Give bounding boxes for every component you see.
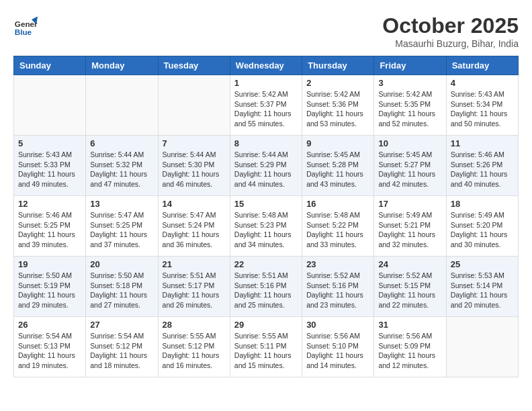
weekday-header-row: SundayMondayTuesdayWednesdayThursdayFrid… xyxy=(14,56,519,75)
day-info: Sunrise: 5:51 AMSunset: 5:17 PMDaylight:… xyxy=(163,271,226,310)
month-title: October 2025 xyxy=(382,13,519,38)
weekday-header-monday: Monday xyxy=(86,56,158,75)
calendar-cell: 24Sunrise: 5:52 AMSunset: 5:15 PMDayligh… xyxy=(374,257,446,317)
weekday-header-saturday: Saturday xyxy=(446,56,518,75)
weekday-header-thursday: Thursday xyxy=(302,56,374,75)
day-number: 9 xyxy=(306,138,369,148)
day-info: Sunrise: 5:42 AMSunset: 5:36 PMDaylight:… xyxy=(306,89,369,129)
calendar-cell: 8Sunrise: 5:44 AMSunset: 5:29 PMDaylight… xyxy=(230,136,302,196)
day-info: Sunrise: 5:45 AMSunset: 5:28 PMDaylight:… xyxy=(306,150,369,189)
day-info: Sunrise: 5:44 AMSunset: 5:30 PMDaylight:… xyxy=(163,150,226,189)
day-info: Sunrise: 5:46 AMSunset: 5:26 PMDaylight:… xyxy=(451,150,514,189)
calendar-week-3: 12Sunrise: 5:46 AMSunset: 5:25 PMDayligh… xyxy=(14,196,519,257)
day-info: Sunrise: 5:49 AMSunset: 5:21 PMDaylight:… xyxy=(378,210,441,250)
day-info: Sunrise: 5:46 AMSunset: 5:25 PMDaylight:… xyxy=(18,210,81,250)
logo-icon: General Blue xyxy=(13,13,38,38)
day-info: Sunrise: 5:52 AMSunset: 5:15 PMDaylight:… xyxy=(378,271,441,310)
calendar-table: SundayMondayTuesdayWednesdayThursdayFrid… xyxy=(13,56,519,377)
calendar-week-5: 26Sunrise: 5:54 AMSunset: 5:13 PMDayligh… xyxy=(14,317,519,377)
day-number: 8 xyxy=(234,138,298,148)
day-number: 22 xyxy=(234,259,298,269)
calendar-cell: 31Sunrise: 5:56 AMSunset: 5:09 PMDayligh… xyxy=(374,317,446,377)
day-number: 23 xyxy=(306,259,369,269)
day-number: 28 xyxy=(163,320,226,330)
day-info: Sunrise: 5:48 AMSunset: 5:23 PMDaylight:… xyxy=(234,210,298,250)
day-number: 12 xyxy=(18,199,81,209)
day-info: Sunrise: 5:53 AMSunset: 5:14 PMDaylight:… xyxy=(451,271,514,310)
calendar-cell: 5Sunrise: 5:43 AMSunset: 5:33 PMDaylight… xyxy=(14,136,86,196)
calendar-cell: 7Sunrise: 5:44 AMSunset: 5:30 PMDaylight… xyxy=(158,136,230,196)
day-number: 6 xyxy=(90,138,153,148)
calendar-cell: 9Sunrise: 5:45 AMSunset: 5:28 PMDaylight… xyxy=(302,136,374,196)
day-number: 15 xyxy=(234,199,298,209)
day-info: Sunrise: 5:45 AMSunset: 5:27 PMDaylight:… xyxy=(378,150,441,189)
day-number: 4 xyxy=(451,78,514,88)
calendar-cell xyxy=(158,75,230,136)
calendar-cell: 23Sunrise: 5:52 AMSunset: 5:16 PMDayligh… xyxy=(302,257,374,317)
weekday-header-sunday: Sunday xyxy=(14,56,86,75)
day-info: Sunrise: 5:44 AMSunset: 5:32 PMDaylight:… xyxy=(90,150,153,189)
day-number: 26 xyxy=(18,320,81,330)
day-info: Sunrise: 5:52 AMSunset: 5:16 PMDaylight:… xyxy=(306,271,369,310)
day-info: Sunrise: 5:47 AMSunset: 5:24 PMDaylight:… xyxy=(163,210,226,250)
day-number: 27 xyxy=(90,320,153,330)
day-info: Sunrise: 5:54 AMSunset: 5:12 PMDaylight:… xyxy=(90,331,153,371)
calendar-cell: 20Sunrise: 5:50 AMSunset: 5:18 PMDayligh… xyxy=(86,257,158,317)
day-number: 19 xyxy=(18,259,81,269)
day-info: Sunrise: 5:42 AMSunset: 5:37 PMDaylight:… xyxy=(234,89,298,129)
svg-text:Blue: Blue xyxy=(15,28,32,36)
calendar-cell: 4Sunrise: 5:43 AMSunset: 5:34 PMDaylight… xyxy=(446,75,518,136)
calendar-cell xyxy=(86,75,158,136)
page-header: General Blue October 2025 Masaurhi Buzur… xyxy=(13,13,519,49)
calendar-week-1: 1Sunrise: 5:42 AMSunset: 5:37 PMDaylight… xyxy=(14,75,519,136)
calendar-cell: 6Sunrise: 5:44 AMSunset: 5:32 PMDaylight… xyxy=(86,136,158,196)
day-number: 11 xyxy=(451,138,514,148)
day-number: 17 xyxy=(378,199,441,209)
calendar-cell: 26Sunrise: 5:54 AMSunset: 5:13 PMDayligh… xyxy=(14,317,86,377)
day-number: 20 xyxy=(90,259,153,269)
day-number: 10 xyxy=(378,138,441,148)
calendar-cell: 15Sunrise: 5:48 AMSunset: 5:23 PMDayligh… xyxy=(230,196,302,257)
weekday-header-tuesday: Tuesday xyxy=(158,56,230,75)
day-number: 16 xyxy=(306,199,369,209)
calendar-cell: 10Sunrise: 5:45 AMSunset: 5:27 PMDayligh… xyxy=(374,136,446,196)
day-info: Sunrise: 5:43 AMSunset: 5:33 PMDaylight:… xyxy=(18,150,81,189)
calendar-cell: 19Sunrise: 5:50 AMSunset: 5:19 PMDayligh… xyxy=(14,257,86,317)
calendar-cell: 3Sunrise: 5:42 AMSunset: 5:35 PMDaylight… xyxy=(374,75,446,136)
calendar-cell: 12Sunrise: 5:46 AMSunset: 5:25 PMDayligh… xyxy=(14,196,86,257)
day-number: 7 xyxy=(163,138,226,148)
day-info: Sunrise: 5:56 AMSunset: 5:09 PMDaylight:… xyxy=(378,331,441,371)
day-info: Sunrise: 5:49 AMSunset: 5:20 PMDaylight:… xyxy=(451,210,514,250)
day-number: 3 xyxy=(378,78,441,88)
day-number: 13 xyxy=(90,199,153,209)
day-info: Sunrise: 5:51 AMSunset: 5:16 PMDaylight:… xyxy=(234,271,298,310)
location: Masaurhi Buzurg, Bihar, India xyxy=(382,38,519,49)
day-number: 29 xyxy=(234,320,298,330)
calendar-cell: 2Sunrise: 5:42 AMSunset: 5:36 PMDaylight… xyxy=(302,75,374,136)
calendar-cell: 14Sunrise: 5:47 AMSunset: 5:24 PMDayligh… xyxy=(158,196,230,257)
calendar-cell: 13Sunrise: 5:47 AMSunset: 5:25 PMDayligh… xyxy=(86,196,158,257)
day-info: Sunrise: 5:56 AMSunset: 5:10 PMDaylight:… xyxy=(306,331,369,371)
logo: General Blue xyxy=(13,13,40,38)
day-info: Sunrise: 5:44 AMSunset: 5:29 PMDaylight:… xyxy=(234,150,298,189)
calendar-cell: 25Sunrise: 5:53 AMSunset: 5:14 PMDayligh… xyxy=(446,257,518,317)
day-number: 18 xyxy=(451,199,514,209)
day-number: 21 xyxy=(163,259,226,269)
calendar-cell: 30Sunrise: 5:56 AMSunset: 5:10 PMDayligh… xyxy=(302,317,374,377)
day-number: 1 xyxy=(234,78,298,88)
day-info: Sunrise: 5:50 AMSunset: 5:19 PMDaylight:… xyxy=(18,271,81,310)
calendar-cell: 11Sunrise: 5:46 AMSunset: 5:26 PMDayligh… xyxy=(446,136,518,196)
day-info: Sunrise: 5:43 AMSunset: 5:34 PMDaylight:… xyxy=(451,89,514,129)
calendar-cell: 18Sunrise: 5:49 AMSunset: 5:20 PMDayligh… xyxy=(446,196,518,257)
day-info: Sunrise: 5:54 AMSunset: 5:13 PMDaylight:… xyxy=(18,331,81,371)
day-info: Sunrise: 5:48 AMSunset: 5:22 PMDaylight:… xyxy=(306,210,369,250)
title-block: October 2025 Masaurhi Buzurg, Bihar, Ind… xyxy=(382,13,519,49)
day-number: 25 xyxy=(451,259,514,269)
day-number: 2 xyxy=(306,78,369,88)
calendar-cell: 28Sunrise: 5:55 AMSunset: 5:12 PMDayligh… xyxy=(158,317,230,377)
calendar-cell: 21Sunrise: 5:51 AMSunset: 5:17 PMDayligh… xyxy=(158,257,230,317)
calendar-cell: 1Sunrise: 5:42 AMSunset: 5:37 PMDaylight… xyxy=(230,75,302,136)
calendar-cell xyxy=(14,75,86,136)
day-info: Sunrise: 5:42 AMSunset: 5:35 PMDaylight:… xyxy=(378,89,441,129)
day-info: Sunrise: 5:55 AMSunset: 5:11 PMDaylight:… xyxy=(234,331,298,371)
